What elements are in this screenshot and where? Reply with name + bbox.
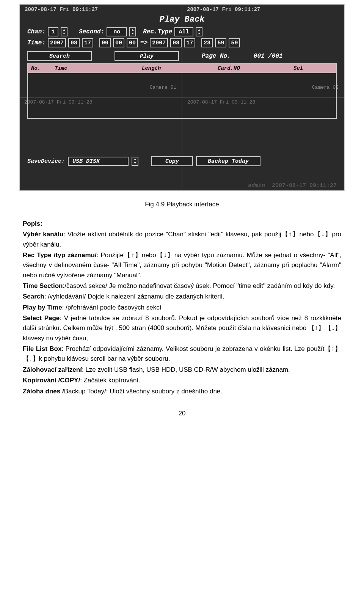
table-body[interactable] [27, 73, 337, 119]
p5-text: : /přehrávání podle časových sekcí [62, 304, 162, 311]
p4-text: : /vyhledávání/ Dojde k nalezení záznamu… [44, 293, 224, 300]
p10-head: Záloha dnes / [23, 388, 64, 395]
p9-text: : Začátek kopírování. [80, 377, 140, 384]
footer: admin 2007-08-17 09:11:27 [248, 182, 337, 189]
second-label: Second: [79, 28, 104, 35]
savedevice-spinner[interactable]: ▲▼ [132, 157, 138, 166]
document-body: Popis: Výběr kanálu: Vložte aktivní obdé… [23, 219, 341, 396]
th-time: Time [55, 65, 142, 71]
chan-field[interactable]: 1 [48, 27, 58, 36]
p8-head: Zálohovací zařízení [23, 366, 82, 373]
pageno-value: 001 /001 [254, 53, 283, 60]
row-savedevice: SaveDevice: USB DISK ▲▼ Copy Backup Toda… [27, 156, 337, 166]
date1-month[interactable]: 08 [68, 38, 80, 47]
th-sel: Sel [293, 65, 336, 71]
time1-m[interactable]: 00 [113, 38, 124, 47]
p9-head: Kopírování /COPY/ [23, 377, 80, 384]
p3-head: Time Section [23, 282, 63, 289]
savedevice-label: SaveDevice: [27, 158, 65, 165]
p10-text: Backup Today/: Uloží všechny soubory z d… [64, 388, 222, 395]
date2-year[interactable]: 2007 [150, 38, 168, 47]
figure-caption: Fig 4.9 Playback interface [0, 201, 364, 208]
th-card: Card.NO [218, 65, 293, 71]
popis-heading: Popis: [23, 220, 42, 227]
th-length: Length [142, 65, 218, 71]
p7-head: File List Box [23, 345, 61, 352]
copy-button[interactable]: Copy [151, 156, 193, 166]
search-button[interactable]: Search [27, 51, 92, 61]
time2-h[interactable]: 23 [201, 38, 213, 47]
rectype-spinner[interactable]: ▲▼ [196, 27, 202, 36]
playback-overlay: Play Back Chan: 1 ▲▼ Second: no ▲▼ Rec.T… [27, 14, 337, 119]
row-buttons: Search Play Page No. 001 /001 [27, 51, 337, 61]
footer-ts: 2007-08-17 09:11:27 [272, 182, 337, 189]
up-icon[interactable]: ▲ [132, 157, 138, 161]
date1-year[interactable]: 2007 [48, 38, 66, 47]
time2-m[interactable]: 59 [215, 38, 226, 47]
time2-s[interactable]: 59 [229, 38, 240, 47]
second-spinner[interactable]: ▲▼ [129, 27, 136, 36]
footer-admin: admin [248, 182, 265, 189]
p3-text: :/časová sekce/ Je možno nadefinovat čas… [63, 282, 335, 289]
play-button[interactable]: Play [115, 51, 179, 61]
p2-head: Rec Type /typ záznamu/ [23, 251, 97, 259]
th-no: No. [28, 65, 55, 71]
up-icon[interactable]: ▲ [130, 28, 135, 32]
p8-text: : Lze zvolit USB flash, USB HDD, USB CD-… [82, 366, 290, 373]
arrow: => [140, 39, 147, 46]
timestamp-tl: 2007-08-17 Fri 09:11:27 [25, 6, 98, 13]
p5-head: Play by Time [23, 304, 62, 311]
playback-screenshot: 2007-08-17 Fri 09:11:27 Camera 01 2007-0… [19, 4, 345, 191]
down-icon[interactable]: ▼ [132, 161, 138, 165]
down-icon[interactable]: ▼ [130, 32, 135, 36]
p6-head: Select Page [23, 314, 60, 322]
p7-text: : Prochází odpovídajícími záznamy. Velik… [23, 345, 341, 362]
pageno-label: Page No. [202, 53, 231, 60]
rectype-field[interactable]: All [174, 27, 193, 36]
timestamp-tr: 2007-08-17 Fri 09:11:27 [187, 6, 260, 13]
title: Play Back [27, 15, 337, 24]
table-header: No. Time Length Card.NO Sel [27, 63, 337, 73]
down-icon[interactable]: ▼ [61, 32, 67, 36]
chan-spinner[interactable]: ▲▼ [61, 27, 67, 36]
p1-text: : Vložte aktivní obdélník do pozice "Cha… [23, 231, 341, 248]
up-icon[interactable]: ▲ [196, 28, 202, 32]
rectype-label: Rec.Type [143, 28, 172, 35]
p6-text: : V jedné tabulce se zobrazí 8 souborů. … [23, 314, 341, 342]
date1-day[interactable]: 17 [82, 38, 93, 47]
down-icon[interactable]: ▼ [196, 32, 202, 36]
date2-month[interactable]: 08 [170, 38, 182, 47]
p4-head: Search [23, 293, 44, 300]
time1-s[interactable]: 00 [127, 38, 138, 47]
savedevice-field[interactable]: USB DISK [68, 157, 129, 166]
time1-h[interactable]: 00 [99, 38, 111, 47]
backup-today-button[interactable]: Backup Today [196, 156, 260, 166]
second-field[interactable]: no [107, 27, 127, 36]
row-channel: Chan: 1 ▲▼ Second: no ▲▼ Rec.Type All ▲▼ [27, 27, 337, 36]
time-label: Time: [27, 39, 46, 46]
up-icon[interactable]: ▲ [61, 28, 67, 32]
date2-day[interactable]: 17 [184, 38, 195, 47]
row-time: Time: 2007 08 17 00 00 00 => 2007 08 17 … [27, 38, 337, 47]
page-number: 20 [0, 410, 364, 417]
chan-label: Chan: [27, 28, 46, 35]
p1-head: Výběr kanálu [23, 231, 63, 238]
